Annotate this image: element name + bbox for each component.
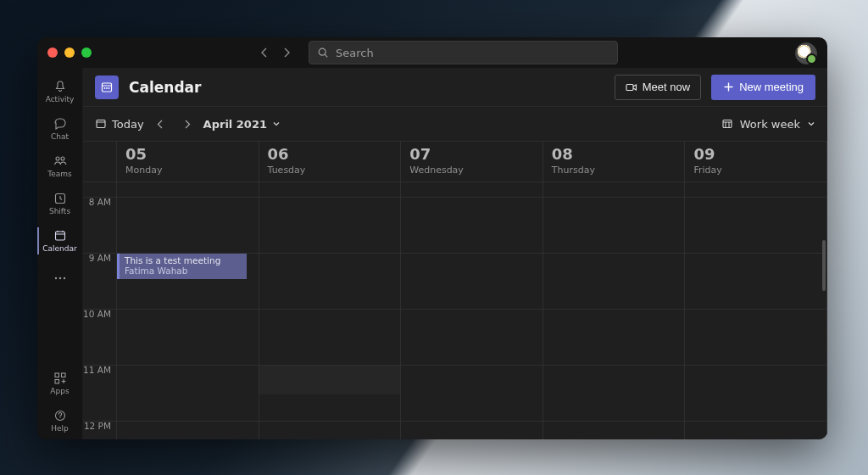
chevron-right-icon — [182, 120, 192, 129]
svg-rect-12 — [103, 83, 112, 92]
view-picker[interactable]: Work week — [721, 118, 815, 131]
svg-point-0 — [319, 48, 326, 55]
calendar-view-icon — [721, 118, 733, 130]
search-placeholder: Search — [336, 47, 374, 59]
svg-point-5 — [54, 277, 56, 279]
day-column-mon[interactable]: 05 Monday This is a test meeting Fatima … — [117, 142, 259, 439]
panel-header: Calendar Meet now New meeting — [83, 68, 827, 107]
prev-period-button[interactable] — [156, 120, 165, 129]
day-column-tue[interactable]: 06 Tuesday — [259, 142, 402, 439]
minimize-icon[interactable] — [64, 48, 75, 58]
svg-rect-4 — [55, 232, 64, 240]
app-window: Search Activity Chat Teams — [37, 37, 827, 439]
day-number: 09 — [693, 147, 818, 163]
chat-icon — [53, 117, 67, 131]
chevron-down-icon — [272, 120, 281, 128]
time-label: 10 AM — [83, 309, 111, 319]
video-icon — [626, 81, 637, 93]
window-controls — [47, 48, 92, 58]
sidebar-item-calendar[interactable]: Calendar — [37, 222, 83, 260]
sidebar-item-apps[interactable]: Apps — [37, 365, 83, 402]
day-number: 08 — [552, 147, 676, 163]
view-label: Work week — [740, 118, 800, 131]
chevron-down-icon — [807, 120, 815, 128]
svg-rect-16 — [626, 84, 633, 90]
time-label: 9 AM — [89, 253, 111, 263]
avatar[interactable] — [795, 42, 817, 64]
people-icon — [53, 154, 67, 168]
date-nav — [156, 120, 192, 129]
chevron-left-icon — [259, 48, 270, 58]
svg-point-7 — [63, 277, 64, 279]
day-column-wed[interactable]: 07 Wednesday — [401, 142, 543, 439]
calendar-toolbar: Today April 2021 Work wee — [83, 107, 827, 141]
meet-now-button[interactable]: Meet now — [615, 75, 701, 100]
sidebar-item-teams[interactable]: Teams — [37, 148, 83, 185]
new-meeting-button[interactable]: New meeting — [711, 75, 815, 100]
chevron-left-icon — [156, 120, 165, 129]
day-number: 07 — [409, 147, 534, 163]
sidebar-item-help[interactable]: Help — [37, 402, 83, 439]
sidebar-item-more[interactable] — [37, 260, 83, 297]
calendar-event[interactable]: This is a test meeting Fatima Wahab — [117, 254, 247, 279]
day-header: 06 Tuesday — [259, 142, 401, 182]
titlebar: Search — [37, 37, 827, 68]
sidebar-item-label: Apps — [50, 387, 69, 395]
sidebar-item-shifts[interactable]: Shifts — [37, 185, 83, 222]
calendar-app-icon — [95, 75, 119, 99]
svg-point-14 — [106, 87, 108, 89]
day-number: 06 — [268, 147, 392, 163]
sidebar-item-label: Help — [51, 424, 69, 433]
day-name: Friday — [693, 165, 818, 176]
month-picker[interactable]: April 2021 — [203, 118, 281, 131]
sidebar-item-chat[interactable]: Chat — [37, 110, 83, 148]
event-title: This is a test meeting — [125, 255, 242, 265]
svg-rect-10 — [55, 380, 59, 384]
chevron-right-icon — [281, 48, 292, 58]
sidebar-item-label: Activity — [46, 95, 75, 103]
sidebar-item-label: Calendar — [42, 244, 76, 253]
calendar-today-icon — [95, 118, 107, 130]
next-period-button[interactable] — [182, 120, 192, 129]
zoom-icon[interactable] — [81, 48, 92, 58]
main-panel: Calendar Meet now New meeting Today — [83, 68, 827, 439]
search-input[interactable]: Search — [309, 41, 618, 64]
svg-rect-18 — [723, 120, 732, 128]
back-button[interactable] — [259, 48, 270, 58]
day-number: 05 — [125, 147, 250, 163]
svg-point-13 — [104, 87, 106, 89]
calendar-grid[interactable]: 8 AM 9 AM 10 AM 11 AM 12 PM 05 Monday — [83, 141, 827, 439]
svg-rect-9 — [61, 373, 65, 377]
svg-point-15 — [108, 87, 110, 89]
svg-rect-17 — [97, 120, 105, 128]
bell-icon — [53, 80, 67, 93]
history-nav — [259, 48, 292, 58]
clock-icon — [53, 192, 67, 205]
month-label: April 2021 — [203, 118, 267, 131]
search-icon — [318, 48, 329, 59]
sidebar-item-activity[interactable]: Activity — [37, 73, 83, 110]
day-header: 08 Thursday — [543, 142, 685, 182]
time-column: 8 AM 9 AM 10 AM 11 AM 12 PM — [83, 142, 117, 439]
body-area: Activity Chat Teams Shifts — [37, 68, 827, 439]

day-name: Monday — [125, 165, 250, 176]
day-column-thu[interactable]: 08 Thursday — [543, 142, 686, 439]
today-label: Today — [112, 118, 144, 131]
plus-icon — [723, 81, 734, 92]
today-button[interactable]: Today — [95, 118, 144, 131]
help-icon — [53, 409, 67, 422]
close-icon[interactable] — [47, 48, 58, 58]
siderail: Activity Chat Teams Shifts — [37, 68, 83, 439]
event-organizer: Fatima Wahab — [125, 265, 242, 276]
time-slot-highlight[interactable] — [259, 366, 401, 394]
apps-icon — [53, 372, 67, 385]
svg-point-6 — [58, 277, 60, 279]
day-header: 05 Monday — [117, 142, 259, 182]
scrollbar-thumb[interactable] — [822, 240, 826, 291]
day-name: Tuesday — [268, 165, 392, 176]
svg-point-2 — [61, 157, 64, 160]
day-column-fri[interactable]: 09 Friday — [685, 142, 827, 439]
forward-button[interactable] — [281, 48, 292, 58]
svg-rect-8 — [55, 373, 59, 377]
button-label: Meet now — [643, 81, 690, 93]
